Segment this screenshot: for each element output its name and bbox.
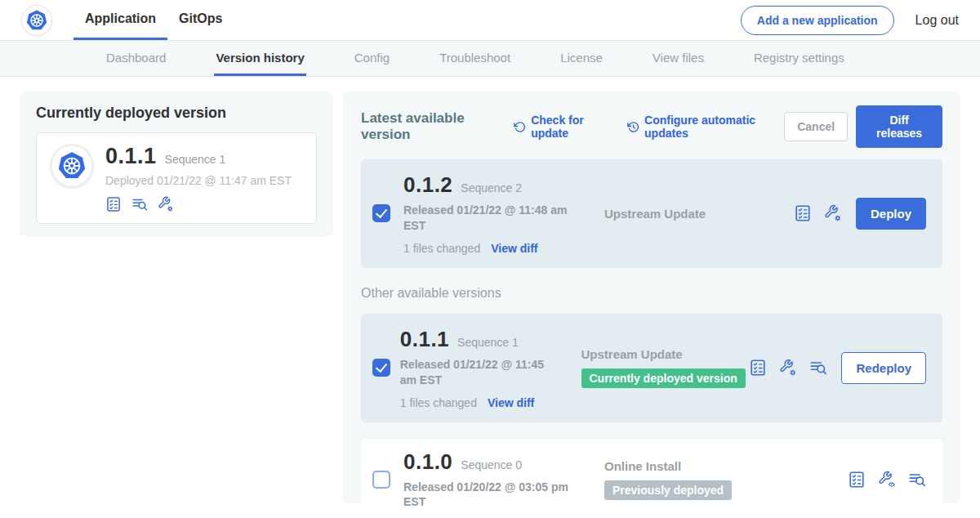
brand-logo <box>21 0 52 40</box>
version-checkbox[interactable] <box>372 204 390 222</box>
deployed-timestamp: Deployed 01/21/22 @ 11:47 am EST <box>105 174 292 187</box>
add-new-application-button[interactable]: Add a new application <box>741 6 894 35</box>
clock-refresh-icon <box>627 120 639 134</box>
subtab-registry-settings[interactable]: Registry settings <box>752 41 846 76</box>
latest-available-panel: Latest available version Check for updat… <box>343 92 960 503</box>
version-row-0-1-1: 0.1.1 Sequence 1 Released 01/21/22 @ 11:… <box>361 314 942 422</box>
currently-deployed-title: Currently deployed version <box>36 105 317 122</box>
main-content: Currently deployed version 0.1.1 Sequenc… <box>0 77 980 503</box>
other-available-versions-label: Other available versions <box>361 286 942 301</box>
released-timestamp: Released 01/21/22 @ 11:45 am EST <box>400 357 557 388</box>
edit-config-icon[interactable] <box>824 204 842 222</box>
diff-releases-button[interactable]: Diff releases <box>856 105 942 148</box>
redeploy-button[interactable]: Redeploy <box>841 352 926 384</box>
version-number: 0.1.0 <box>403 449 452 475</box>
top-navigation: Application GitOps Add a new application… <box>0 0 980 41</box>
version-checkbox[interactable] <box>372 471 390 489</box>
subtab-version-history[interactable]: Version history <box>214 41 305 76</box>
deploy-button[interactable]: Deploy <box>856 198 926 230</box>
edit-config-icon[interactable] <box>779 359 797 377</box>
preflight-checklist-icon[interactable] <box>848 471 866 489</box>
subtab-config[interactable]: Config <box>353 41 391 76</box>
kubernetes-logo-icon <box>21 5 52 36</box>
deployed-version-card: 0.1.1 Sequence 1 Deployed 01/21/22 @ 11:… <box>36 132 317 224</box>
preflight-checklist-icon[interactable] <box>105 196 122 212</box>
app-subnav: Dashboard Version history Config Trouble… <box>0 41 980 77</box>
version-number: 0.1.1 <box>400 327 449 352</box>
sequence-label: Sequence 1 <box>457 336 519 349</box>
version-source-label: Upstream Update <box>604 207 706 221</box>
latest-available-title: Latest available version <box>361 110 500 143</box>
subtab-license[interactable]: License <box>559 41 604 76</box>
cancel-button[interactable]: Cancel <box>784 112 848 141</box>
deployed-version-number: 0.1.1 <box>105 144 157 169</box>
tab-gitops[interactable]: GitOps <box>167 0 234 40</box>
sequence-label: Sequence 2 <box>461 181 522 194</box>
check-for-update-link[interactable]: Check for update <box>514 114 613 140</box>
version-row-0-1-0: 0.1.0 Sequence 0 Released 01/20/22 @ 03:… <box>361 439 942 518</box>
app-kubernetes-icon <box>50 144 94 188</box>
version-number: 0.1.2 <box>403 172 452 198</box>
tab-application[interactable]: Application <box>74 0 167 40</box>
refresh-icon <box>514 120 526 134</box>
currently-deployed-card: Currently deployed version 0.1.1 Sequenc… <box>20 92 333 236</box>
configure-automatic-updates-label: Configure automatic updates <box>644 114 784 140</box>
check-for-update-label: Check for update <box>531 114 613 140</box>
subtab-troubleshoot[interactable]: Troubleshoot <box>438 41 512 76</box>
released-timestamp: Released 01/21/22 @ 11:48 am EST <box>403 203 580 234</box>
logout-button[interactable]: Log out <box>915 13 959 28</box>
configure-automatic-updates-link[interactable]: Configure automatic updates <box>627 114 784 140</box>
deployed-sequence-label: Sequence 1 <box>165 153 226 166</box>
deploy-logs-icon[interactable] <box>908 471 926 489</box>
sequence-label: Sequence 0 <box>461 458 522 471</box>
view-diff-link[interactable]: View diff <box>491 242 537 255</box>
subtab-dashboard[interactable]: Dashboard <box>105 41 167 76</box>
preflight-checklist-icon[interactable] <box>794 204 812 222</box>
previously-deployed-badge: Previously deployed <box>604 480 732 500</box>
deploy-logs-icon[interactable] <box>131 196 148 212</box>
files-changed-label: 1 files changed <box>400 396 477 409</box>
currently-deployed-badge: Currently deployed version <box>581 368 746 388</box>
view-config-icon[interactable] <box>878 471 896 489</box>
preflight-checklist-icon[interactable] <box>749 359 767 377</box>
version-row-0-1-2: 0.1.2 Sequence 2 Released 01/21/22 @ 11:… <box>361 159 942 268</box>
deploy-logs-icon[interactable] <box>809 359 827 377</box>
version-source-label: Upstream Update <box>581 347 683 361</box>
files-changed-label: 1 files changed <box>403 242 480 255</box>
version-source-label: Online Install <box>604 459 681 473</box>
edit-config-icon[interactable] <box>158 196 174 212</box>
released-timestamp: Released 01/20/22 @ 03:05 pm EST <box>403 480 580 511</box>
view-diff-link[interactable]: View diff <box>488 396 534 409</box>
version-checkbox[interactable] <box>372 359 390 377</box>
subtab-view-files[interactable]: View files <box>651 41 706 76</box>
